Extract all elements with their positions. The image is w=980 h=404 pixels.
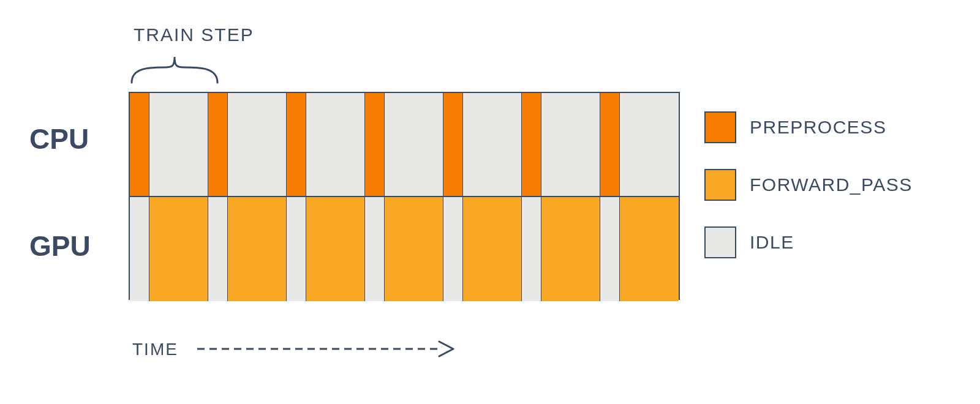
timeline-segment-idle — [287, 197, 306, 301]
legend-label-idle: IDLE — [750, 232, 794, 253]
timeline-segment-idle — [149, 93, 208, 196]
timeline-segment-preprocess — [600, 93, 620, 196]
timeline-segment-idle — [463, 93, 522, 196]
timeline-segment-preprocess — [130, 93, 149, 196]
legend-label-preprocess: PREPROCESS — [750, 117, 886, 138]
train-step-label: TRAIN STEP — [134, 24, 254, 45]
gpu-row-label: GPU — [29, 230, 91, 263]
legend-swatch-forward-pass — [704, 169, 736, 201]
timeline-segment-idle — [306, 93, 365, 196]
timeline-segment-forward_pass — [228, 197, 287, 301]
timeline-segment-idle — [620, 93, 679, 196]
arrow-right-icon — [197, 338, 454, 360]
timeline-segment-forward_pass — [463, 197, 522, 301]
timeline-segment-idle — [130, 197, 149, 301]
timeline-chart — [129, 92, 680, 300]
legend-swatch-idle — [704, 226, 736, 258]
timeline-segment-preprocess — [365, 93, 385, 196]
timeline-segment-idle — [228, 93, 287, 196]
timeline-segment-idle — [443, 197, 463, 301]
legend-item-preprocess: PREPROCESS — [704, 111, 913, 143]
timeline-segment-forward_pass — [149, 197, 208, 301]
time-axis-label: TIME — [132, 340, 178, 359]
timeline-segment-preprocess — [208, 93, 228, 196]
timeline-segment-forward_pass — [620, 197, 679, 301]
timeline-segment-idle — [385, 93, 443, 196]
timeline-segment-idle — [208, 197, 228, 301]
timeline-segment-preprocess — [287, 93, 306, 196]
timeline-segment-idle — [600, 197, 620, 301]
timeline-segment-forward_pass — [541, 197, 600, 301]
timeline-segment-forward_pass — [385, 197, 443, 301]
timeline-segment-idle — [522, 197, 541, 301]
timeline-segment-forward_pass — [306, 197, 365, 301]
legend-item-forward-pass: FORWARD_PASS — [704, 169, 913, 201]
cpu-row — [130, 93, 679, 197]
legend-item-idle: IDLE — [704, 226, 913, 258]
cpu-row-label: CPU — [29, 122, 89, 155]
timeline-segment-preprocess — [443, 93, 463, 196]
legend-swatch-preprocess — [704, 111, 736, 143]
brace-icon — [129, 52, 221, 86]
timeline-segment-preprocess — [522, 93, 541, 196]
legend-label-forward-pass: FORWARD_PASS — [750, 174, 913, 195]
gpu-row — [130, 197, 679, 301]
timeline-segment-idle — [541, 93, 600, 196]
timeline-segment-idle — [365, 197, 385, 301]
legend: PREPROCESS FORWARD_PASS IDLE — [704, 111, 913, 258]
